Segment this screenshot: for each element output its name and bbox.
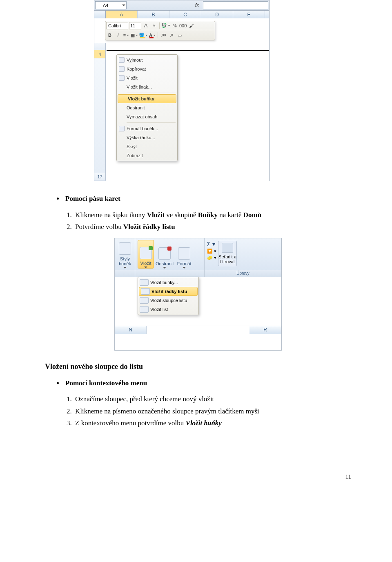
formula-buttons: fx <box>192 0 202 10</box>
step-2: Potvrdíme volbu Vložit řádky listu <box>74 222 351 232</box>
menu-hide[interactable]: Skrýt <box>117 142 177 151</box>
insert-columns-item[interactable]: Vložit sloupce listu <box>138 296 198 305</box>
heading-context-menu: Pomocí kontextového menu <box>64 378 351 389</box>
insert-icon <box>140 247 152 259</box>
insert-sheet-item[interactable]: Vložit list <box>138 305 198 314</box>
delete-button[interactable]: Odstranit <box>154 240 176 269</box>
accounting-format-icon[interactable]: 💱 <box>161 22 170 29</box>
percent-style-icon[interactable]: % <box>171 22 178 29</box>
cell-styles-icon <box>119 242 131 255</box>
menu-unhide[interactable]: Zobrazit <box>117 151 177 160</box>
column-header-n[interactable]: N <box>115 326 147 334</box>
menu-paste[interactable]: Vložit <box>117 73 177 82</box>
format-button[interactable]: Formát <box>176 240 193 269</box>
insert-sheet-icon <box>140 306 149 313</box>
cell-styles-button[interactable]: Styly buněk <box>117 240 133 269</box>
paste-icon <box>119 75 125 81</box>
sort-filter-button[interactable]: Seřadit a filtrovat <box>218 241 237 266</box>
row-header-4[interactable]: 4 <box>94 50 106 58</box>
group-label-editing: Úpravy <box>205 270 281 277</box>
italic-icon[interactable]: I <box>114 31 122 39</box>
format-painter-icon[interactable]: 🖌 <box>187 22 195 29</box>
insert-cells-icon <box>140 279 149 286</box>
comma-style-icon[interactable]: 000 <box>179 22 187 29</box>
sort-filter-icon <box>222 243 233 253</box>
context-menu: Vyjmout Kopírovat Vložit Vložit jinak...… <box>116 54 178 161</box>
col-step-2: Klikneme na písmeno označeného sloupce p… <box>74 406 351 417</box>
merge-icon[interactable]: ▭ <box>176 31 183 39</box>
name-box[interactable]: A4 <box>95 1 127 9</box>
excel-context-menu-screenshot: A4 fx A B C D E Calibri 11 A A 💱 % 000 <box>94 0 270 181</box>
column-header-b[interactable]: B <box>138 11 169 18</box>
grow-font-icon[interactable]: A <box>142 22 149 29</box>
font-size-combo[interactable]: 11 <box>129 22 141 29</box>
align-icon[interactable]: ≡ <box>122 31 130 39</box>
fill-color-icon[interactable]: 🪣 <box>139 31 148 39</box>
column-header-e[interactable]: E <box>233 11 265 18</box>
row-header-17[interactable]: 17 <box>94 173 106 181</box>
clear-icon[interactable]: 🧽 ▾ <box>207 255 216 260</box>
copy-icon <box>119 66 125 72</box>
font-color-icon[interactable]: A <box>149 31 156 39</box>
column-header-a[interactable]: A <box>106 11 138 18</box>
delete-icon <box>158 247 171 260</box>
insert-button[interactable]: Vložit <box>138 240 154 269</box>
insert-cols-icon <box>140 297 149 304</box>
format-cells-icon <box>119 126 125 131</box>
insert-rows-icon <box>141 288 150 295</box>
menu-insert-cells[interactable]: Vložit buňky <box>118 94 176 103</box>
column-headers: A B C D E <box>94 10 269 18</box>
bold-icon[interactable]: B <box>106 31 114 39</box>
name-box-value: A4 <box>103 3 108 8</box>
chevron-down-icon <box>122 4 125 6</box>
selected-row-indicator <box>107 50 269 53</box>
autosum-icon[interactable]: Σ ▾ <box>207 241 216 247</box>
scissors-icon <box>119 57 125 63</box>
format-icon <box>178 247 190 260</box>
column-header-d[interactable]: D <box>201 11 233 18</box>
borders-icon[interactable]: ▦ <box>131 31 138 39</box>
insert-rows-item[interactable]: Vložit řádky listu <box>139 287 198 296</box>
step-1: Klikneme na šipku ikony Vložit ve skupin… <box>74 210 351 220</box>
fx-icon[interactable]: fx <box>195 2 199 8</box>
heading-insert-column: Vložení nového sloupce do listu <box>45 361 351 372</box>
col-step-1: Označíme sloupec, před který chceme nový… <box>74 394 351 404</box>
ribbon-insert-screenshot: Styly buněk Vložit Odstranit Formát <box>114 238 282 351</box>
menu-cut[interactable]: Vyjmout <box>117 56 177 64</box>
column-header-r[interactable]: R <box>249 326 281 334</box>
col-step-3: Z kontextového menu potvrdíme volbu Vlož… <box>74 418 351 429</box>
menu-paste-special[interactable]: Vložit jinak... <box>117 82 177 91</box>
insert-dropdown-menu: Vložit buňky... Vložit řádky listu Vloži… <box>138 277 199 315</box>
font-name-combo[interactable]: Calibri <box>106 22 128 29</box>
menu-delete[interactable]: Odstranit <box>117 103 177 112</box>
menu-copy[interactable]: Kopírovat <box>117 64 177 73</box>
increase-decimal-icon[interactable]: ,00 <box>160 31 167 39</box>
insert-cells-item[interactable]: Vložit buňky... <box>138 278 198 287</box>
mini-toolbar: Calibri 11 A A 💱 % 000 🖌 B I ≡ ▦ 🪣 A ,00… <box>105 21 215 40</box>
heading-ribbon: Pomocí pásu karet <box>64 193 351 204</box>
decrease-decimal-icon[interactable]: ,0 <box>168 31 175 39</box>
menu-format-cells[interactable]: Formát buněk... <box>117 124 177 133</box>
formula-bar[interactable] <box>203 1 268 9</box>
menu-row-height[interactable]: Výška řádku... <box>117 133 177 142</box>
shrink-font-icon[interactable]: A <box>150 22 158 29</box>
fill-icon[interactable]: 🔽 ▾ <box>207 249 216 254</box>
column-header-c[interactable]: C <box>169 11 201 18</box>
page-number: 11 <box>45 473 351 480</box>
menu-clear[interactable]: Vymazat obsah <box>117 112 177 121</box>
select-all-corner[interactable] <box>94 11 106 18</box>
formula-bar-row: A4 fx <box>94 0 269 10</box>
